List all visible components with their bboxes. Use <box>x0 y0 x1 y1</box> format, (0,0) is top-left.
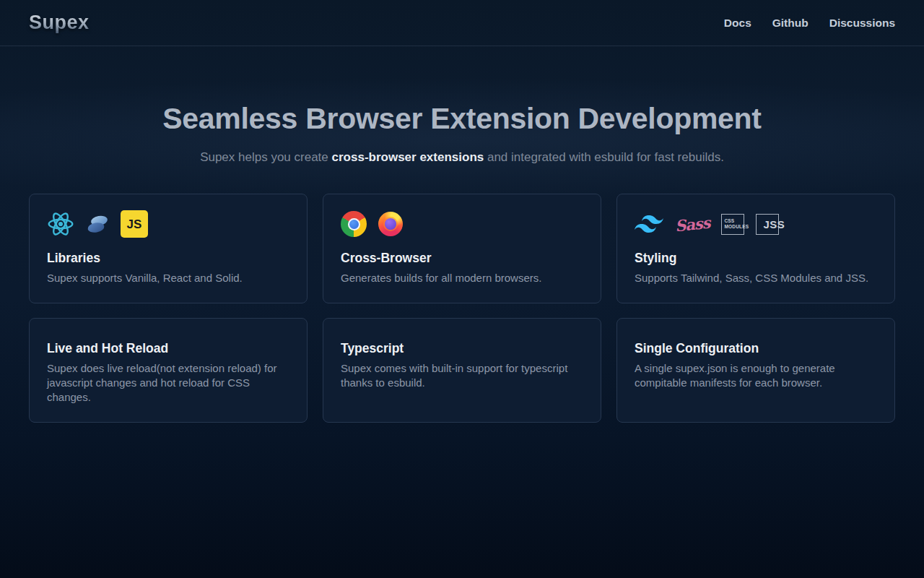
feature-card: JS Libraries Supex supports Vanilla, Rea… <box>29 194 308 303</box>
hero-subtitle-prefix: Supex helps you create <box>200 150 331 164</box>
card-title: Styling <box>635 251 877 266</box>
hero-subtitle: Supex helps you create cross-browser ext… <box>0 149 924 166</box>
hero-section: Seamless Browser Extension Development S… <box>0 46 924 166</box>
brand-logo[interactable]: Supex <box>29 12 90 34</box>
card-icons: JS <box>47 209 289 239</box>
feature-card: Cross-Browser Generates builds for all m… <box>323 194 601 303</box>
feature-card: SassCSSMODULESJSS Styling Supports Tailw… <box>616 194 895 303</box>
card-description: A single supex.json is enough to generat… <box>635 361 877 390</box>
feature-cards-grid: JS Libraries Supex supports Vanilla, Rea… <box>29 194 895 423</box>
nav-link-github[interactable]: Github <box>772 17 808 30</box>
card-title: Cross-Browser <box>341 251 583 266</box>
card-description: Supex does live reload(not extension rel… <box>47 361 289 405</box>
card-icons: SassCSSMODULESJSS <box>635 209 877 239</box>
nav-links: Docs Github Discussions <box>724 17 895 30</box>
feature-card: Live and Hot Reload Supex does live relo… <box>29 318 308 423</box>
card-description: Supex comes with built-in support for ty… <box>341 361 583 390</box>
sass-icon: Sass <box>674 213 711 235</box>
feature-card: Single Configuration A single supex.json… <box>616 318 895 423</box>
card-title: Libraries <box>47 251 289 266</box>
tailwind-icon <box>635 210 663 238</box>
css-modules-icon: CSSMODULES <box>721 214 744 235</box>
solid-icon <box>86 212 109 236</box>
nav-link-docs[interactable]: Docs <box>724 17 751 30</box>
card-title: Live and Hot Reload <box>47 341 289 356</box>
card-title: Typescript <box>341 341 583 356</box>
card-icons <box>341 209 583 239</box>
card-title: Single Configuration <box>635 341 877 356</box>
card-description: Supports Tailwind, Sass, CSS Modules and… <box>635 271 877 285</box>
hero-subtitle-suffix: and integrated with esbuild for fast reb… <box>484 150 724 164</box>
javascript-icon: JS <box>121 210 148 238</box>
react-icon <box>47 210 74 238</box>
top-navigation: Supex Docs Github Discussions <box>0 0 924 46</box>
feature-card: Typescript Supex comes with built-in sup… <box>323 318 601 423</box>
jss-icon: JSS <box>756 214 779 235</box>
chrome-icon <box>341 211 367 237</box>
hero-subtitle-highlight: cross-browser extensions <box>332 150 484 164</box>
card-description: Generates builds for all modern browsers… <box>341 271 583 285</box>
page-title: Seamless Browser Extension Development <box>0 103 924 134</box>
nav-link-discussions[interactable]: Discussions <box>829 17 895 30</box>
firefox-icon <box>378 212 403 236</box>
card-description: Supex supports Vanilla, React and Solid. <box>47 271 289 285</box>
